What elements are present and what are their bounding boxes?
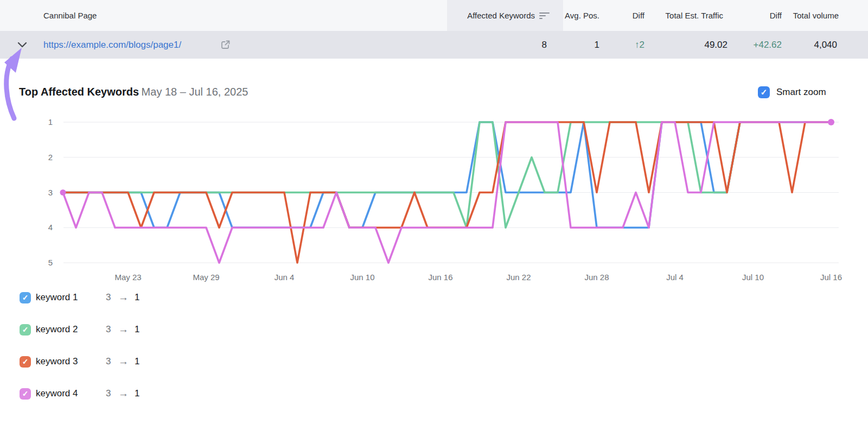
keyword-1-end-pos: 1 <box>135 292 139 303</box>
arrow-right-icon: → <box>118 292 129 303</box>
arrow-right-icon: → <box>118 324 129 336</box>
keyword-2-end-pos: 1 <box>135 324 139 335</box>
keyword-1-start-pos: 3 <box>106 292 111 303</box>
svg-text:Jun 22: Jun 22 <box>506 273 531 282</box>
svg-text:5: 5 <box>48 258 53 267</box>
svg-text:Jun 16: Jun 16 <box>428 273 452 282</box>
keyword-2-label: keyword 2 <box>36 324 78 335</box>
svg-text:Jun 10: Jun 10 <box>350 273 374 282</box>
legend-item-keyword-4: ✓ keyword 4 3 → 1 <box>20 388 31 400</box>
keyword-3-end-pos: 1 <box>135 356 139 367</box>
svg-text:Jul 4: Jul 4 <box>666 273 684 282</box>
keyword-3-label: keyword 3 <box>36 356 78 367</box>
svg-text:4: 4 <box>48 223 53 232</box>
svg-text:1: 1 <box>48 117 53 126</box>
keyword-1-checkbox[interactable]: ✓ <box>20 292 31 303</box>
keyword-4-start-pos: 3 <box>106 388 111 399</box>
keyword-4-label: keyword 4 <box>36 388 78 399</box>
keyword-4-end-pos: 1 <box>135 388 139 399</box>
keyword-2-checkbox[interactable]: ✓ <box>20 324 31 336</box>
keyword-2-start-pos: 3 <box>106 324 111 335</box>
legend-item-keyword-3: ✓ keyword 3 3 → 1 <box>20 356 31 368</box>
svg-text:May 23: May 23 <box>114 273 141 282</box>
legend-item-keyword-1: ✓ keyword 1 3 → 1 <box>20 292 31 303</box>
svg-text:May 29: May 29 <box>193 273 219 282</box>
svg-text:Jul 10: Jul 10 <box>742 273 764 282</box>
svg-text:Jul 16: Jul 16 <box>820 273 842 282</box>
legend-item-keyword-2: ✓ keyword 2 3 → 1 <box>20 324 31 336</box>
keyword-1-label: keyword 1 <box>36 292 78 303</box>
keyword-3-start-pos: 3 <box>106 356 111 367</box>
arrow-right-icon: → <box>118 356 129 368</box>
keyword-3-checkbox[interactable]: ✓ <box>20 356 31 368</box>
arrow-right-icon: → <box>118 388 129 400</box>
svg-text:Jun 4: Jun 4 <box>275 273 295 282</box>
svg-text:2: 2 <box>48 153 53 162</box>
positions-line-chart: 12345May 23May 29Jun 4Jun 10Jun 16Jun 22… <box>0 0 868 424</box>
svg-text:Jun 28: Jun 28 <box>584 273 609 282</box>
svg-text:3: 3 <box>48 188 53 197</box>
keyword-4-checkbox[interactable]: ✓ <box>20 388 31 400</box>
